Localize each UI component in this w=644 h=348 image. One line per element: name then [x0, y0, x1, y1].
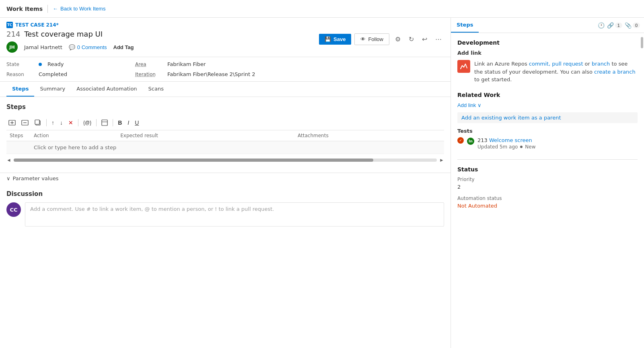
add-tag-button[interactable]: Add Tag	[113, 44, 134, 50]
related-work-heading: Related Work	[457, 92, 638, 98]
main-container: TC TEST CASE 214* 214 Test coverage map …	[0, 18, 644, 348]
follow-button[interactable]: 👁 Follow	[354, 33, 389, 45]
work-item-header: TC TEST CASE 214* 214 Test coverage map …	[0, 18, 451, 57]
scrollbar-track[interactable]	[14, 159, 437, 162]
header-actions: 💾 Save 👁 Follow ⚙ ↻ ↩	[319, 33, 444, 45]
steps-section-title: Steps	[6, 103, 444, 111]
delete-step-button[interactable]: ✕	[66, 118, 75, 127]
right-tab-steps[interactable]: Steps	[451, 18, 479, 33]
branch-link[interactable]: branch	[592, 61, 610, 67]
test-meta: Updated 5m ago New	[477, 144, 536, 150]
add-step-button[interactable]	[6, 118, 18, 128]
steps-table: Steps Action Expected result Attachments…	[6, 130, 444, 154]
comments-button[interactable]: 💬 0 Comments	[69, 44, 107, 50]
col-steps: Steps	[6, 130, 31, 141]
comment-icon: 💬	[69, 44, 75, 50]
right-panel-header: Steps 🕐 🔗 1 📎 0	[451, 18, 644, 33]
work-item-number: 214	[6, 30, 20, 38]
scroll-left-button[interactable]: ◄	[6, 157, 11, 163]
dev-link-row: Link an Azure Repos commit, pull request…	[457, 60, 638, 84]
iteration-field: Iteration Fabrikam Fiber\Release 2\Sprin…	[135, 71, 255, 77]
bold-button[interactable]: B	[116, 118, 124, 127]
undo-button[interactable]: ↩	[420, 33, 430, 45]
iteration-value[interactable]: Fabrikam Fiber\Release 2\Sprint 2	[167, 71, 255, 77]
reason-value[interactable]: Completed	[39, 71, 67, 77]
links-button[interactable]: 🔗 1	[607, 22, 622, 29]
add-parent-link[interactable]: Add an existing work item as a parent	[457, 112, 638, 123]
tab-scans[interactable]: Scans	[143, 82, 169, 97]
create-branch-link[interactable]: create a branch	[594, 69, 636, 75]
area-label: Area	[135, 62, 163, 67]
reason-field: Reason Completed	[6, 71, 119, 77]
state-field: State Ready	[6, 61, 119, 67]
right-content: Development Add link Link an Azure Repos…	[451, 33, 644, 221]
test-item-0: ✓ In 213 Welcome screen Updated 5m ago N…	[457, 137, 638, 150]
refresh-button[interactable]: ↻	[406, 33, 416, 45]
automation-status-label: Automation status	[457, 196, 638, 201]
back-button[interactable]: ← Back to Work Items	[53, 6, 105, 12]
state-value[interactable]: Ready	[47, 61, 64, 67]
priority-value[interactable]: 2	[457, 184, 638, 190]
test-item-check-icon: ✓	[457, 137, 464, 144]
area-value[interactable]: Fabrikam Fiber	[167, 61, 206, 67]
more-button[interactable]: ⋯	[433, 33, 444, 45]
link-icon: 🔗	[607, 22, 614, 29]
eye-icon: 👁	[360, 36, 366, 42]
development-section: Development Add link Link an Azure Repos…	[457, 39, 638, 84]
svg-rect-7	[102, 120, 107, 126]
right-scroll-indicator	[641, 37, 643, 48]
parameter-values-row[interactable]: ∨ Parameter values	[0, 173, 451, 184]
insert-row-button[interactable]	[19, 118, 31, 128]
attachments-count: 0	[633, 23, 640, 28]
refresh-icon: ↻	[409, 36, 414, 43]
work-item-title-row: 214 Test coverage map UI	[6, 30, 134, 38]
param-icon: {@}	[83, 120, 91, 126]
author-name: Jamal Hartnett	[24, 44, 62, 50]
more-icon: ⋯	[435, 36, 442, 43]
priority-field: Priority 2	[457, 177, 638, 190]
add-step-placeholder[interactable]: Click or type here to add a step	[31, 141, 444, 154]
history-button[interactable]: 🕐	[598, 22, 605, 29]
related-add-link-label: Add link	[457, 102, 476, 108]
arrow-down-icon: ↓	[60, 119, 63, 126]
tab-associated-automation[interactable]: Associated Automation	[71, 82, 142, 97]
back-icon: ←	[53, 6, 58, 12]
attachments-button[interactable]: 📎 0	[625, 22, 640, 29]
tab-summary[interactable]: Summary	[34, 82, 71, 97]
comment-input-row: CC Add a comment. Use # to link a work i…	[6, 202, 444, 227]
test-case-icon: TC	[6, 22, 13, 28]
group-button[interactable]	[99, 118, 110, 127]
discussion-section: Discussion CC Add a comment. Use # to li…	[0, 184, 451, 233]
pull-request-link[interactable]: pull request	[552, 61, 583, 67]
param-button[interactable]: {@}	[81, 119, 93, 127]
chevron-down-icon-related: ∨	[477, 102, 481, 108]
add-step-row[interactable]: Click or type here to add a step	[6, 141, 444, 154]
top-bar: Work Items ← Back to Work Items	[0, 0, 644, 18]
italic-button[interactable]: I	[126, 118, 131, 127]
copy-step-button[interactable]	[32, 118, 43, 128]
automation-status-value[interactable]: Not Automated	[457, 203, 638, 209]
steps-toolbar: ↑ ↓ ✕ {@} B I U	[6, 115, 444, 130]
commit-link[interactable]: commit,	[529, 61, 550, 67]
underline-button[interactable]: U	[133, 118, 141, 127]
delete-icon: ✕	[68, 119, 73, 126]
test-item-info: 213 Welcome screen Updated 5m ago New	[477, 137, 536, 150]
scrollbar-thumb	[14, 159, 373, 162]
comment-input[interactable]: Add a comment. Use # to link a work item…	[25, 202, 444, 227]
status-heading: Status	[457, 166, 638, 173]
history-icon: 🕐	[598, 22, 605, 29]
test-item-link[interactable]: Welcome screen	[489, 137, 532, 143]
related-add-link-button[interactable]: Add link ∨	[457, 102, 481, 108]
settings-button[interactable]: ⚙	[393, 33, 403, 45]
save-button[interactable]: 💾 Save	[319, 34, 351, 45]
related-work-header: Add link ∨	[457, 102, 638, 108]
move-up-button[interactable]: ↑	[49, 118, 56, 127]
arrow-up-icon: ↑	[51, 119, 54, 126]
azure-repos-icon	[457, 60, 470, 73]
tab-steps[interactable]: Steps	[6, 82, 34, 97]
test-status: New	[525, 144, 535, 150]
save-label: Save	[333, 36, 346, 42]
toolbar-divider-3	[96, 119, 97, 126]
move-down-button[interactable]: ↓	[58, 118, 65, 127]
scroll-right-button[interactable]: ►	[439, 157, 444, 163]
